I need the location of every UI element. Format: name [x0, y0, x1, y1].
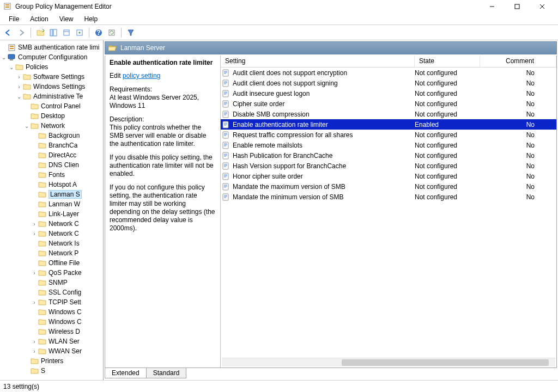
- tree-item[interactable]: Desktop: [0, 111, 103, 121]
- back-button[interactable]: [2, 27, 14, 39]
- expand-icon[interactable]: ›: [31, 339, 38, 345]
- folder-icon: [38, 249, 47, 257]
- tree-item[interactable]: Offline File: [0, 258, 103, 268]
- setting-row[interactable]: Enable remote mailslotsNot configuredNo: [221, 140, 556, 150]
- setting-name: Disable SMB compression: [233, 111, 415, 118]
- tree-windows-settings[interactable]: ›Windows Settings: [0, 82, 103, 91]
- close-button[interactable]: [530, 0, 555, 13]
- col-comment[interactable]: Comment: [480, 56, 556, 67]
- policy-icon: [222, 100, 231, 108]
- tree-item[interactable]: SNMP: [0, 278, 103, 287]
- tree-item[interactable]: Wireless D: [0, 327, 103, 336]
- description-p1: This policy controls whether the SMB ser…: [110, 124, 206, 148]
- setting-row[interactable]: Hash Version support for BranchCacheNot …: [221, 161, 556, 171]
- tree-item[interactable]: Lanman W: [0, 199, 103, 209]
- tree-item[interactable]: Printers: [0, 356, 103, 366]
- expand-icon[interactable]: ⌄: [8, 64, 15, 70]
- column-headers[interactable]: Setting State Comment: [221, 56, 556, 68]
- setting-row[interactable]: Request traffic compression for all shar…: [221, 130, 556, 140]
- help-button[interactable]: ?: [93, 27, 105, 39]
- expand-icon[interactable]: ⌄: [15, 94, 23, 100]
- tree-network[interactable]: ⌄Network: [0, 121, 103, 131]
- tree-item[interactable]: Control Panel: [0, 101, 103, 111]
- tree-item[interactable]: Hotspot A: [0, 180, 103, 189]
- export-button[interactable]: [74, 27, 86, 39]
- tree-item[interactable]: DNS Clien: [0, 160, 103, 170]
- refresh-button[interactable]: [106, 27, 118, 39]
- setting-row[interactable]: Mandate the maximum version of SMBNot co…: [221, 181, 556, 192]
- tab-extended[interactable]: Extended: [105, 368, 147, 378]
- tree-administrative-templates[interactable]: ⌄Administrative Te: [0, 91, 103, 101]
- expand-icon[interactable]: ›: [31, 299, 38, 305]
- setting-row[interactable]: Enable authentication rate limiterEnable…: [221, 119, 556, 130]
- menu-view[interactable]: View: [54, 14, 79, 24]
- tree-item[interactable]: ›Network C: [0, 229, 103, 238]
- menu-help[interactable]: Help: [79, 14, 104, 24]
- forward-button[interactable]: [15, 27, 27, 39]
- setting-comment: No: [480, 142, 556, 149]
- tree-computer-configuration[interactable]: ⌄Computer Configuration: [0, 52, 103, 62]
- tree-item[interactable]: Link-Layer: [0, 209, 103, 219]
- folder-icon: [38, 269, 47, 277]
- tree-item[interactable]: Fonts: [0, 170, 103, 180]
- expand-icon[interactable]: ›: [31, 348, 38, 354]
- setting-row[interactable]: Audit insecure guest logonNot configured…: [221, 88, 556, 99]
- filter-button[interactable]: [125, 27, 137, 39]
- show-hide-tree-button[interactable]: [47, 27, 59, 39]
- tree-item[interactable]: Lanman S: [0, 189, 103, 199]
- folder-icon: [38, 289, 47, 296]
- minimize-button[interactable]: [480, 0, 505, 13]
- tree-item[interactable]: ›WLAN Ser: [0, 336, 103, 346]
- setting-row[interactable]: Cipher suite orderNot configuredNo: [221, 99, 556, 109]
- expand-icon[interactable]: ›: [15, 84, 23, 90]
- folder-icon: [38, 279, 47, 286]
- settings-list[interactable]: Audit client does not support encryption…: [221, 68, 556, 358]
- up-button[interactable]: [34, 27, 46, 39]
- tree-item[interactable]: Network Is: [0, 238, 103, 248]
- tree-label: Network P: [48, 249, 78, 257]
- tree-item[interactable]: ›Network C: [0, 219, 103, 229]
- tab-standard[interactable]: Standard: [146, 368, 187, 378]
- tree-item[interactable]: ›QoS Packe: [0, 268, 103, 278]
- setting-row[interactable]: Honor cipher suite orderNot configuredNo: [221, 171, 556, 181]
- horizontal-scrollbar[interactable]: [222, 358, 555, 366]
- tree-item[interactable]: Windows C: [0, 307, 103, 317]
- properties-button[interactable]: [60, 27, 72, 39]
- tree-item[interactable]: ›TCPIP Sett: [0, 297, 103, 307]
- folder-icon: [23, 83, 32, 90]
- tree-item[interactable]: ›WWAN Ser: [0, 346, 103, 356]
- tree-label: Administrative Te: [33, 93, 83, 100]
- tree-item[interactable]: DirectAcc: [0, 150, 103, 160]
- tree-label: Network C: [48, 230, 79, 237]
- tree-policies[interactable]: ⌄Policies: [0, 62, 103, 72]
- tree-software-settings[interactable]: ›Software Settings: [0, 72, 103, 82]
- tree-item[interactable]: SSL Config: [0, 287, 103, 297]
- nav-tree[interactable]: SMB authentication rate limi⌄Computer Co…: [0, 40, 104, 380]
- setting-row[interactable]: Audit client does not support encryption…: [221, 68, 556, 78]
- policy-heading: Enable authentication rate limiter: [110, 59, 216, 66]
- menu-action[interactable]: Action: [25, 14, 53, 24]
- setting-row[interactable]: Audit client does not support signingNot…: [221, 78, 556, 88]
- maximize-button[interactable]: [505, 0, 530, 13]
- scrollbar-thumb[interactable]: [342, 359, 549, 366]
- tree-item[interactable]: BranchCa: [0, 140, 103, 150]
- expand-icon[interactable]: ›: [31, 270, 38, 276]
- expand-icon[interactable]: ›: [31, 231, 38, 237]
- tree-root[interactable]: SMB authentication rate limi: [0, 42, 103, 52]
- expand-icon[interactable]: ›: [15, 74, 23, 80]
- setting-row[interactable]: Hash Publication for BranchCacheNot conf…: [221, 150, 556, 161]
- tree-item[interactable]: Network P: [0, 248, 103, 258]
- tree-item[interactable]: S: [0, 366, 103, 376]
- setting-row[interactable]: Disable SMB compressionNot configuredNo: [221, 109, 556, 119]
- col-state[interactable]: State: [415, 56, 480, 67]
- setting-row[interactable]: Mandate the minimum version of SMBNot co…: [221, 192, 556, 202]
- expand-icon[interactable]: ›: [31, 221, 38, 227]
- menu-file[interactable]: File: [3, 14, 25, 24]
- expand-icon[interactable]: ⌄: [23, 123, 31, 129]
- expand-icon[interactable]: ⌄: [0, 54, 8, 60]
- description-p3: If you do not configure this policy sett…: [110, 183, 216, 232]
- edit-policy-link[interactable]: policy setting: [123, 72, 160, 79]
- tree-item[interactable]: Backgroun: [0, 131, 103, 140]
- tree-item[interactable]: Windows C: [0, 317, 103, 327]
- col-setting[interactable]: Setting: [221, 56, 415, 67]
